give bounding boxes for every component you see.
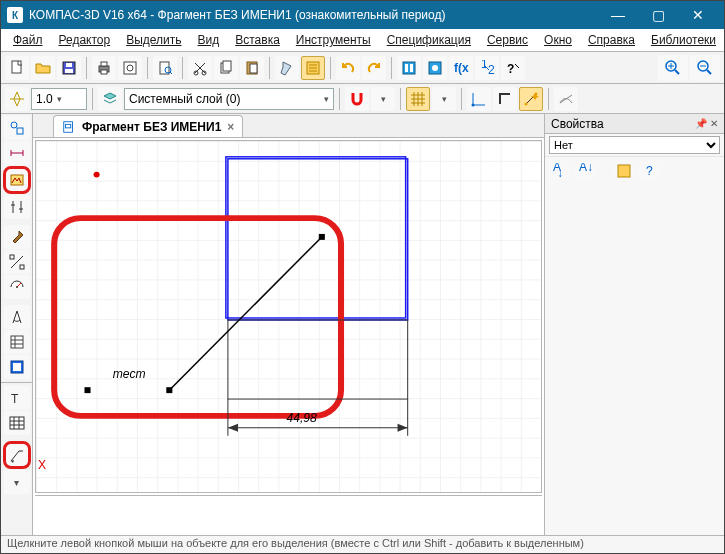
table-tool-button[interactable] [4,411,30,435]
lineweight-dropdown[interactable]: 1.0 ▾ [31,88,87,110]
geometry-palette-button[interactable] [4,116,30,140]
svg-rect-26 [410,64,413,72]
menu-insert[interactable]: Вставка [229,31,286,49]
pin-icon[interactable]: 📌 ✕ [695,118,718,129]
svg-rect-66 [10,417,24,429]
redo-button[interactable] [362,56,386,80]
svg-point-48 [11,122,17,128]
titlebar: К КОМПАС-3D V16 x64 - Фрагмент БЕЗ ИМЕНИ… [1,1,724,29]
undo-button[interactable] [336,56,360,80]
annotations-palette-button[interactable] [3,166,31,194]
zoom-out-button[interactable] [690,55,720,81]
svg-rect-17 [223,61,231,71]
grid-toggle[interactable] [406,87,430,111]
svg-rect-3 [65,69,73,73]
menu-service[interactable]: Сервис [481,31,534,49]
layers-icon[interactable] [98,87,122,111]
grid-caret-button[interactable]: ▾ [432,87,456,111]
print-preview-button[interactable] [118,56,142,80]
props-sort-az-button[interactable]: A↓ [549,161,571,181]
menu-libs[interactable]: Библиотеки [645,31,722,49]
maximize-button[interactable]: ▢ [638,1,678,29]
app-icon: К [7,7,23,23]
svg-rect-9 [160,62,169,74]
print-button[interactable] [92,56,116,80]
menu-spec[interactable]: Спецификация [381,31,477,49]
toolbar-main: f(x) 12 ? [1,52,724,84]
caret-down-button[interactable]: ▾ [4,470,30,494]
edit-palette-button[interactable] [4,195,30,219]
layer-dropdown[interactable]: Системный слой (0) ▾ [124,88,334,110]
minimize-button[interactable]: — [598,1,638,29]
arc-compass-button[interactable] [4,305,30,329]
props-sort-za-button[interactable]: A↓ [575,161,597,181]
param-tool-button[interactable] [4,250,30,274]
menu-tools[interactable]: Инструменты [290,31,377,49]
menu-window[interactable]: Окно [538,31,578,49]
drawing-canvas[interactable]: тест 44,98 X [35,140,542,493]
snap-caret-button[interactable]: ▾ [371,87,395,111]
doc-icon [62,120,76,134]
svg-text:↓: ↓ [557,166,563,179]
spec-sheet-button[interactable] [4,330,30,354]
props-categorize-button[interactable] [613,161,635,181]
menu-help[interactable]: Справка [582,31,641,49]
props-help-button[interactable]: ? [639,161,661,181]
props-title: Свойства [551,117,604,131]
coord-axes-button[interactable] [467,87,491,111]
variables-fx-button[interactable]: f(x) [449,56,473,80]
svg-rect-7 [124,62,136,74]
svg-rect-56 [20,265,24,269]
svg-rect-55 [10,255,14,259]
svg-rect-2 [66,63,72,67]
zoom-page-button[interactable] [153,56,177,80]
svg-line-11 [170,72,172,74]
rounding-button[interactable]: ✦ [519,87,543,111]
text-tool-button[interactable]: T [4,386,30,410]
endpt-1 [166,387,172,393]
main-area: T ▾ Фрагмент БЕЗ ИМЕНИ1 × [1,114,724,535]
dim-text: 44,98 [286,411,317,425]
measure-tool-button[interactable] [4,275,30,299]
open-button[interactable] [31,56,55,80]
menu-file[interactable]: Файл [7,31,49,49]
copy-button[interactable] [214,56,238,80]
cut-button[interactable] [188,56,212,80]
library-button-2[interactable] [423,56,447,80]
help-button[interactable]: ? [501,56,525,80]
tab-fragment[interactable]: Фрагмент БЕЗ ИМЕНИ1 × [53,115,243,137]
svg-text:T: T [11,392,19,406]
props-toolbar: A↓ A↓ ? [545,157,724,185]
snap-button[interactable] [5,87,29,111]
menu-edit[interactable]: Редактор [53,31,117,49]
layer-value: Системный слой (0) [129,92,240,106]
svg-line-38 [707,70,711,74]
ortho-button[interactable] [493,87,517,111]
svg-rect-19 [250,64,257,73]
magnet-snap-button[interactable] [345,87,369,111]
menu-view[interactable]: Вид [192,31,226,49]
command-panel[interactable] [35,495,542,535]
menu-select[interactable]: Выделить [120,31,187,49]
library-manager-button[interactable] [397,56,421,80]
doc-tabs: Фрагмент БЕЗ ИМЕНИ1 × [33,114,544,138]
dimensions-palette-button[interactable] [4,141,30,165]
toolbar-secondary: 1.0 ▾ Системный слой (0) ▾ ▾ ▾ ✦ [1,84,724,114]
hammer-tool-button[interactable] [4,225,30,249]
format-painter-button[interactable] [275,56,299,80]
svg-rect-64 [13,363,21,371]
props-object-select[interactable]: Нет [549,136,720,154]
properties-toggle[interactable] [301,56,325,80]
leader-line-button[interactable] [3,441,31,469]
svg-text:A↓: A↓ [579,163,593,174]
new-doc-button[interactable] [5,56,29,80]
zoom-in-button[interactable] [658,55,688,81]
menubar: Файл Редактор Выделить Вид Вставка Инстр… [1,29,724,52]
report-button[interactable] [4,355,30,379]
exec-order-button[interactable]: 12 [475,56,499,80]
sketch-appearance-button[interactable] [554,87,578,111]
tab-close-icon[interactable]: × [227,120,234,134]
save-button[interactable] [57,56,81,80]
paste-button[interactable] [240,56,264,80]
close-button[interactable]: ✕ [678,1,718,29]
